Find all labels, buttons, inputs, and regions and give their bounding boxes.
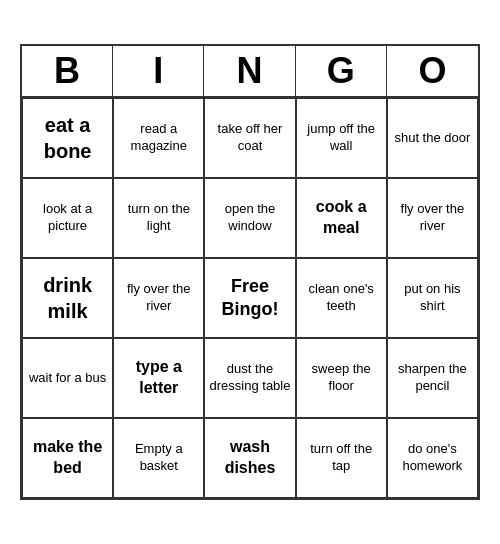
bingo-cell-21: Empty a basket <box>113 418 204 498</box>
cell-text-10: drink milk <box>27 272 108 324</box>
bingo-header: BINGO <box>22 46 478 98</box>
cell-text-20: make the bed <box>27 437 108 479</box>
cell-text-24: do one's homework <box>392 441 473 475</box>
bingo-cell-8: cook a meal <box>296 178 387 258</box>
cell-text-12: Free Bingo! <box>209 275 290 322</box>
header-letter-N: N <box>204 46 295 96</box>
bingo-cell-10: drink milk <box>22 258 113 338</box>
bingo-cell-18: sweep the floor <box>296 338 387 418</box>
header-letter-B: B <box>22 46 113 96</box>
bingo-cell-19: sharpen the pencil <box>387 338 478 418</box>
cell-text-18: sweep the floor <box>301 361 382 395</box>
bingo-cell-17: dust the dressing table <box>204 338 295 418</box>
cell-text-11: fly over the river <box>118 281 199 315</box>
bingo-cell-2: take off her coat <box>204 98 295 178</box>
bingo-cell-12: Free Bingo! <box>204 258 295 338</box>
cell-text-3: jump off the wall <box>301 121 382 155</box>
cell-text-17: dust the dressing table <box>209 361 290 395</box>
bingo-cell-16: type a letter <box>113 338 204 418</box>
bingo-cell-24: do one's homework <box>387 418 478 498</box>
cell-text-9: fly over the river <box>392 201 473 235</box>
header-letter-G: G <box>296 46 387 96</box>
header-letter-I: I <box>113 46 204 96</box>
bingo-cell-22: wash dishes <box>204 418 295 498</box>
bingo-cell-15: wait for a bus <box>22 338 113 418</box>
cell-text-15: wait for a bus <box>29 370 106 387</box>
bingo-cell-7: open the window <box>204 178 295 258</box>
cell-text-14: put on his shirt <box>392 281 473 315</box>
bingo-cell-5: look at a picture <box>22 178 113 258</box>
bingo-card: BINGO eat a boneread a magazinetake off … <box>20 44 480 500</box>
bingo-cell-13: clean one's teeth <box>296 258 387 338</box>
cell-text-13: clean one's teeth <box>301 281 382 315</box>
cell-text-19: sharpen the pencil <box>392 361 473 395</box>
bingo-cell-6: turn on the light <box>113 178 204 258</box>
header-letter-O: O <box>387 46 478 96</box>
cell-text-5: look at a picture <box>27 201 108 235</box>
bingo-cell-1: read a magazine <box>113 98 204 178</box>
cell-text-6: turn on the light <box>118 201 199 235</box>
cell-text-1: read a magazine <box>118 121 199 155</box>
cell-text-7: open the window <box>209 201 290 235</box>
cell-text-23: turn off the tap <box>301 441 382 475</box>
cell-text-0: eat a bone <box>27 112 108 164</box>
cell-text-22: wash dishes <box>209 437 290 479</box>
cell-text-16: type a letter <box>118 357 199 399</box>
cell-text-4: shut the door <box>394 130 470 147</box>
bingo-cell-0: eat a bone <box>22 98 113 178</box>
cell-text-21: Empty a basket <box>118 441 199 475</box>
bingo-cell-14: put on his shirt <box>387 258 478 338</box>
cell-text-8: cook a meal <box>301 197 382 239</box>
bingo-cell-20: make the bed <box>22 418 113 498</box>
bingo-cell-4: shut the door <box>387 98 478 178</box>
bingo-cell-9: fly over the river <box>387 178 478 258</box>
bingo-cell-3: jump off the wall <box>296 98 387 178</box>
cell-text-2: take off her coat <box>209 121 290 155</box>
bingo-cell-23: turn off the tap <box>296 418 387 498</box>
bingo-cell-11: fly over the river <box>113 258 204 338</box>
bingo-grid: eat a boneread a magazinetake off her co… <box>22 98 478 498</box>
